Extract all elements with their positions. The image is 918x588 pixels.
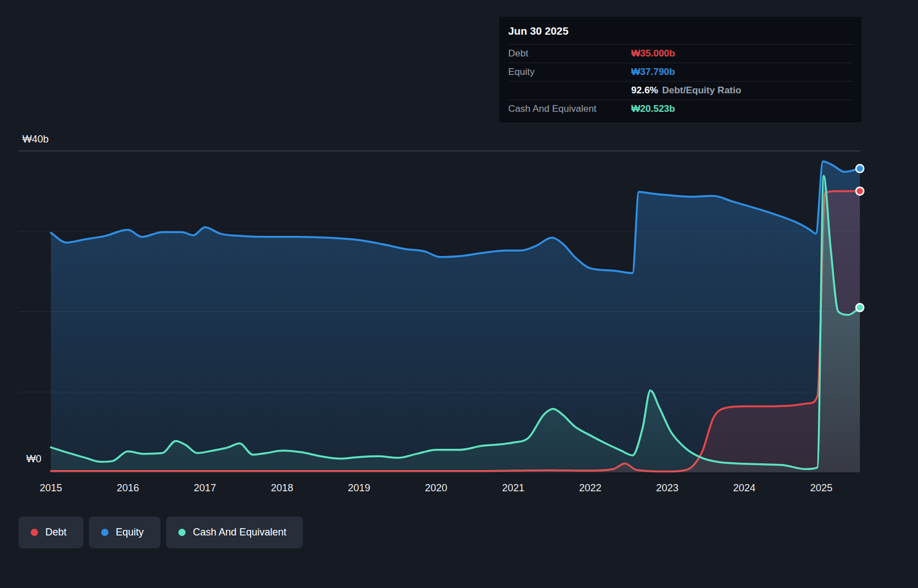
x-axis-label-2021: 2021 [502, 482, 524, 494]
cash-and-equivalent-endpoint-marker[interactable] [856, 304, 864, 311]
tooltip-ratio-value: 92.6% [631, 85, 658, 96]
x-axis-label-2020: 2020 [425, 482, 447, 494]
debt-dot-icon [31, 529, 38, 536]
tooltip-debt-label: Debt [508, 48, 631, 59]
y-axis-label-zero: ₩0 [26, 453, 41, 465]
tooltip-debt-value: ₩35.000b [631, 48, 675, 59]
chart-legend: Debt Equity Cash And Equivalent [18, 516, 303, 548]
equity-dot-icon [101, 529, 108, 536]
x-axis-label-2025: 2025 [810, 482, 832, 494]
chart-tooltip: Jun 30 2025 Debt ₩35.000b Equity ₩37.790… [499, 17, 862, 122]
legend-item-cash[interactable]: Cash And Equivalent [166, 516, 303, 548]
tooltip-cash-label: Cash And Equivalent [508, 103, 631, 115]
legend-debt-label: Debt [45, 527, 67, 538]
x-axis-label-2022: 2022 [579, 482, 602, 494]
x-axis-label-2024: 2024 [733, 482, 755, 494]
x-axis-label-2017: 2017 [194, 482, 216, 494]
legend-equity-label: Equity [116, 527, 144, 538]
tooltip-equity-value: ₩37.790b [631, 67, 675, 78]
x-axis-label-2019: 2019 [348, 482, 370, 494]
equity-endpoint-marker[interactable] [856, 165, 864, 173]
x-axis-label-2018: 2018 [271, 482, 293, 494]
debt-endpoint-marker[interactable] [856, 187, 864, 195]
x-axis-label-2023: 2023 [656, 482, 678, 494]
tooltip-row-ratio: 92.6% Debt/Equity Ratio [508, 81, 853, 99]
x-axis-label-2015: 2015 [40, 482, 62, 494]
y-axis-label-top: ₩40b [22, 134, 49, 145]
legend-item-debt[interactable]: Debt [18, 516, 83, 548]
cash-dot-icon [178, 529, 186, 536]
tooltip-cash-value: ₩20.523b [631, 103, 675, 115]
tooltip-row-debt: Debt ₩35.000b [508, 44, 853, 63]
tooltip-ratio-label: Debt/Equity Ratio [662, 85, 741, 96]
tooltip-date: Jun 30 2025 [499, 17, 862, 44]
tooltip-row-equity: Equity ₩37.790b [508, 63, 853, 81]
tooltip-row-cash: Cash And Equivalent ₩20.523b [508, 99, 853, 118]
legend-cash-label: Cash And Equivalent [193, 527, 286, 538]
x-axis-label-2016: 2016 [117, 482, 139, 494]
tooltip-equity-label: Equity [508, 67, 631, 78]
legend-item-equity[interactable]: Equity [89, 516, 160, 548]
